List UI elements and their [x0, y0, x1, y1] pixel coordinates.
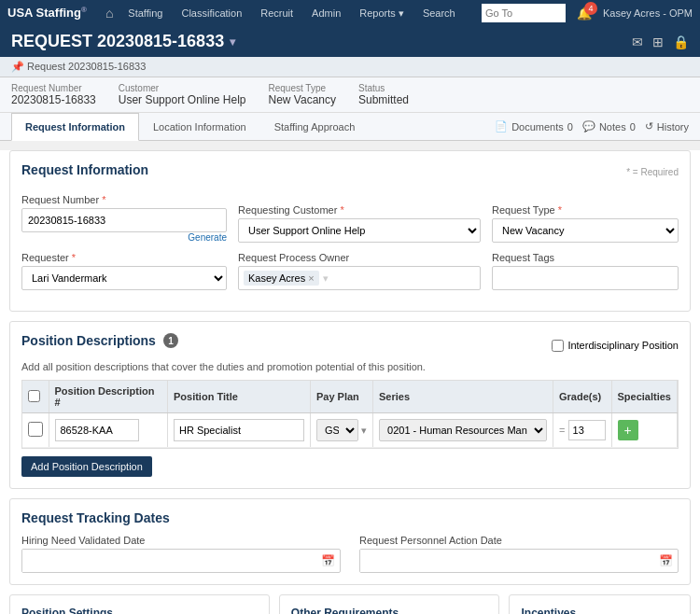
- position-descriptions-section: Position Descriptions 1 Interdisciplinar…: [9, 321, 691, 489]
- title-chevron-icon[interactable]: ▾: [230, 35, 235, 49]
- calendar-icon[interactable]: 📅: [316, 554, 340, 567]
- personnel-action-label: Request Personnel Action Date: [359, 535, 679, 546]
- notifications-bell[interactable]: 🔔4: [577, 7, 592, 21]
- hiring-need-date-input-wrap: 📅: [21, 549, 341, 573]
- position-settings-section: Position Settings Position Sensitivity a…: [9, 594, 270, 614]
- home-icon[interactable]: ⌂: [105, 6, 113, 21]
- documents-button[interactable]: 📄 Documents 0: [495, 120, 573, 133]
- request-id-title: REQUEST 20230815-16833: [11, 32, 224, 51]
- history-button[interactable]: ↺ History: [645, 120, 689, 133]
- nav-classification[interactable]: Classification: [177, 7, 245, 19]
- incentives-section: Incentives Remote Job Telework Eligible …: [509, 594, 691, 614]
- other-requirements-section: Other Requirements Drug Testing Required…: [279, 594, 500, 614]
- series-select[interactable]: 0201 - Human Resources Management: [379, 419, 547, 441]
- date-row: Hiring Need Validated Date 📅 Request Per…: [21, 535, 679, 573]
- request-bar-type-label: Request Type: [269, 83, 336, 93]
- process-owner-group: Request Process Owner Kasey Acres × ▾: [238, 252, 481, 290]
- request-type-select[interactable]: New Vacancy: [492, 218, 679, 243]
- table-row: GS ▾ 0201 - Human Resources Management =…: [22, 413, 678, 448]
- form-row-1: Request Number * Generate Requesting Cus…: [21, 194, 679, 243]
- add-specialty-button[interactable]: +: [618, 420, 638, 440]
- request-bar-status-label: Status: [358, 83, 409, 93]
- status-badge: Submitted: [358, 93, 409, 106]
- interdisciplinary-checkbox[interactable]: [552, 340, 564, 352]
- notes-button[interactable]: 💬 Notes 0: [582, 120, 636, 133]
- col-pay-plan: Pay Plan: [310, 381, 372, 413]
- personnel-action-date-input-wrap: 📅: [359, 549, 679, 573]
- generate-link[interactable]: Generate: [21, 232, 227, 243]
- row-checkbox[interactable]: [28, 418, 43, 440]
- add-position-description-button[interactable]: Add Position Description: [21, 456, 152, 477]
- lock-icon[interactable]: 🔒: [673, 35, 689, 49]
- process-owner-input[interactable]: Kasey Acres × ▾: [238, 266, 481, 290]
- grid-icon[interactable]: ⊞: [652, 35, 664, 49]
- request-bar-type: Request Type New Vacancy: [269, 83, 336, 106]
- tab-request-information[interactable]: Request Information: [11, 113, 139, 141]
- form-row-2: Requester * Lari Vandermark Request Proc…: [21, 252, 679, 290]
- tracking-dates-title: Request Tracking Dates: [21, 510, 679, 525]
- request-number-label: Request Number *: [21, 194, 227, 205]
- request-bar-status: Status Submitted: [358, 83, 409, 106]
- tab-staffing-approach[interactable]: Staffing Approach: [260, 113, 370, 140]
- dropdown-arrow-icon[interactable]: ▾: [323, 272, 329, 285]
- request-bar-customer-value: User Support Online Help: [119, 93, 246, 106]
- other-requirements-title: Other Requirements: [291, 607, 488, 614]
- col-title: Position Title: [167, 381, 310, 413]
- nav-admin[interactable]: Admin: [308, 7, 344, 19]
- col-grades: Grade(s): [553, 381, 611, 413]
- personnel-action-date-group: Request Personnel Action Date 📅: [359, 535, 679, 573]
- app-title: USA Staffing: [7, 7, 81, 21]
- position-count-badge: 1: [163, 333, 178, 348]
- position-descriptions-table: Position Description # Position Title Pa…: [22, 381, 678, 448]
- request-type-group: Request Type * New Vacancy: [492, 204, 679, 243]
- request-bar-number-value: 20230815-16833: [11, 93, 96, 106]
- pd-number-input[interactable]: [55, 419, 139, 441]
- history-icon: ↺: [645, 120, 653, 133]
- request-number-input[interactable]: [21, 208, 227, 232]
- requester-select[interactable]: Lari Vandermark: [21, 266, 227, 290]
- position-title-input[interactable]: [174, 419, 304, 441]
- request-tags-input[interactable]: [492, 266, 679, 290]
- col-pd-number: Position Description #: [49, 381, 167, 413]
- breadcrumb: 📌 Request 20230815-16833: [0, 57, 700, 77]
- hiring-need-date-input[interactable]: [22, 550, 316, 572]
- calendar-icon-2[interactable]: 📅: [654, 554, 678, 567]
- nav-recruit[interactable]: Recruit: [257, 7, 297, 19]
- request-bar-number-label: Request Number: [11, 83, 96, 93]
- grade-input[interactable]: [568, 420, 606, 440]
- header-action-icons: ✉ ⊞ 🔒: [632, 35, 689, 49]
- col-specialties: Specialties: [611, 381, 677, 413]
- required-note: * = Required: [626, 167, 679, 177]
- pay-plan-select[interactable]: GS: [316, 419, 358, 441]
- requester-label: Requester *: [21, 252, 227, 263]
- documents-icon: 📄: [495, 120, 508, 133]
- hiring-need-date-group: Hiring Need Validated Date 📅: [21, 535, 341, 573]
- tracking-dates-section: Request Tracking Dates Hiring Need Valid…: [9, 498, 691, 585]
- request-bar-type-value: New Vacancy: [269, 93, 336, 106]
- personnel-action-date-input[interactable]: [360, 550, 654, 572]
- request-information-section: Request Information * = Required Request…: [9, 150, 691, 312]
- nav-reports[interactable]: Reports ▾: [356, 7, 408, 20]
- request-tags-label: Request Tags: [492, 252, 679, 263]
- requesting-customer-label: Requesting Customer *: [238, 204, 481, 216]
- incentives-title: Incentives: [521, 607, 679, 614]
- col-series: Series: [373, 381, 553, 413]
- request-bar-customer: Customer User Support Online Help: [119, 83, 246, 106]
- app-logo: USA Staffing®: [7, 6, 87, 20]
- main-tabs: Request Information Location Information…: [11, 113, 369, 140]
- process-owner-tag: Kasey Acres ×: [244, 271, 319, 286]
- select-all-checkbox[interactable]: [28, 390, 40, 402]
- email-icon[interactable]: ✉: [632, 35, 643, 49]
- goto-input[interactable]: [482, 4, 566, 22]
- tabs-bar: Request Information Location Information…: [0, 113, 700, 141]
- request-title: REQUEST 20230815-16833 ▾: [11, 32, 235, 51]
- nav-staffing[interactable]: Staffing: [124, 7, 166, 19]
- interdisciplinary-checkbox-group: Interdisciplinary Position: [552, 340, 679, 352]
- main-content: Request Information * = Required Request…: [0, 150, 700, 614]
- user-menu[interactable]: Kasey Acres - OPM: [603, 7, 693, 19]
- requesting-customer-select[interactable]: User Support Online Help: [238, 218, 481, 243]
- nav-search[interactable]: Search: [419, 7, 459, 19]
- tab-location-information[interactable]: Location Information: [139, 113, 260, 140]
- remove-process-owner-icon[interactable]: ×: [308, 272, 314, 284]
- breadcrumb-label: 📌 Request 20230815-16833: [11, 61, 146, 72]
